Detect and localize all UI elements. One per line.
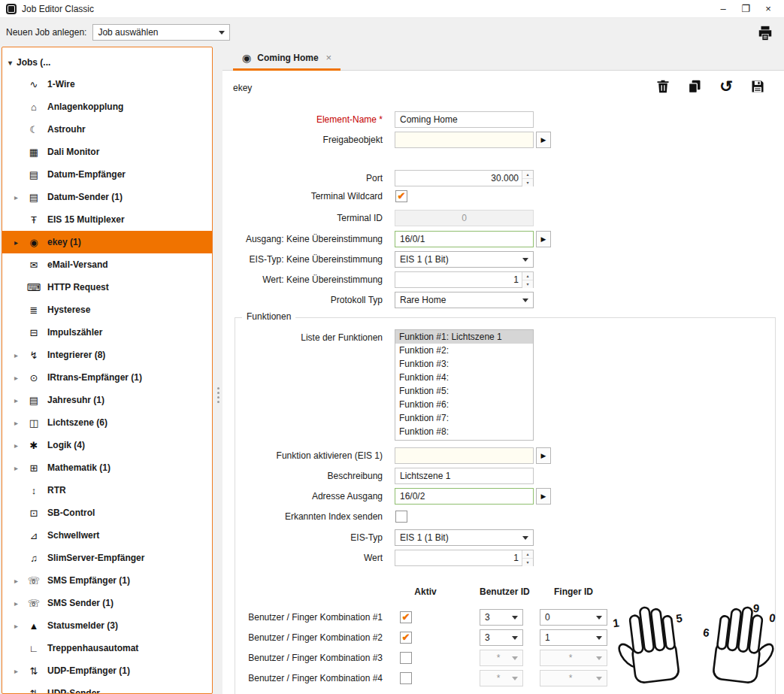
element-name-input[interactable]: Coming Home bbox=[395, 111, 534, 128]
benutzer-id-select[interactable]: 3 bbox=[480, 629, 523, 646]
port-spinner[interactable]: ▴▾ bbox=[522, 171, 533, 186]
benutzer-id-select[interactable]: 3 bbox=[480, 609, 523, 626]
ausgang-address-picker-button[interactable]: ▶ bbox=[536, 231, 551, 247]
finger-id-select[interactable]: 0 bbox=[540, 609, 607, 626]
ausgang-address-input[interactable]: 16/0/1 bbox=[395, 231, 534, 247]
sidebar-item-http-request[interactable]: ⌨HTTP Request bbox=[2, 276, 212, 299]
aktiv-checkbox[interactable] bbox=[400, 652, 412, 664]
panel-splitter-handle[interactable] bbox=[215, 382, 222, 408]
copy-button[interactable] bbox=[686, 78, 703, 95]
terminal-wildcard-checkbox[interactable]: ✔ bbox=[395, 190, 407, 202]
sidebar-item-eis-15-multiplexer[interactable]: ŦEIS 15 Multiplexer bbox=[2, 208, 212, 231]
sidebar-item-udp-empf-nger-1[interactable]: ▸⇅UDP-Empfänger (1) bbox=[2, 659, 212, 682]
sidebar-item-jahresuhr-1[interactable]: ▸▤Jahresuhr (1) bbox=[2, 389, 212, 411]
sidebar-item-astrouhr[interactable]: ☾Astrouhr bbox=[2, 118, 212, 141]
funktion-list-item-8[interactable]: Funktion #8: bbox=[395, 425, 533, 438]
sidebar-item-email-versand[interactable]: ✉eMail-Versand bbox=[2, 253, 212, 276]
funktion-list-item-4[interactable]: Funktion #4: bbox=[395, 371, 533, 384]
sidebar-item-datum-sender-1[interactable]: ▸▤Datum-Sender (1) bbox=[2, 186, 212, 208]
tab-coming-home[interactable]: ◉ Coming Home × bbox=[233, 47, 341, 71]
spin-up-icon[interactable]: ▴ bbox=[522, 550, 533, 559]
sidebar-item-rtr[interactable]: ↕RTR bbox=[2, 479, 212, 502]
expand-icon[interactable]: ▸ bbox=[14, 193, 26, 202]
sidebar-item-label: UDP-Sender bbox=[47, 688, 100, 694]
expand-icon[interactable]: ▸ bbox=[14, 238, 26, 247]
aktiv-checkbox[interactable]: ✔ bbox=[400, 611, 412, 623]
funktion-list-item-1[interactable]: Funktion #1: Lichtszene 1 bbox=[395, 330, 533, 344]
beschreibung-input[interactable]: Lichtszene 1 bbox=[395, 468, 534, 484]
expand-icon[interactable]: ▸ bbox=[14, 396, 26, 405]
sidebar-item-1-wire[interactable]: ∿1-Wire bbox=[2, 73, 212, 95]
sidebar-item-logik-4[interactable]: ▸✱Logik (4) bbox=[2, 434, 212, 456]
wert-keine-spinner[interactable]: ▴▾ bbox=[522, 272, 533, 287]
sidebar-item-lichtszene-6[interactable]: ▸◫Lichtszene (6) bbox=[2, 411, 212, 434]
wert-keine-input[interactable]: 1 ▴▾ bbox=[395, 271, 534, 288]
save-button[interactable] bbox=[749, 78, 766, 95]
funktionen-list[interactable]: Funktion #1: Lichtszene 1Funktion #2:Fun… bbox=[395, 329, 534, 441]
sidebar-item-treppenhausautomat[interactable]: ∟Treppenhausautomat bbox=[2, 637, 212, 659]
close-button[interactable]: × bbox=[758, 3, 778, 14]
erkannten-index-checkbox[interactable] bbox=[395, 511, 407, 523]
sidebar-item-datum-empf-nger[interactable]: ▤Datum-Empfänger bbox=[2, 163, 212, 186]
expand-icon[interactable]: ▸ bbox=[14, 667, 26, 675]
expand-icon[interactable]: ▸ bbox=[14, 599, 26, 608]
spin-up-icon[interactable]: ▴ bbox=[522, 272, 533, 280]
funktion-list-item-6[interactable]: Funktion #6: bbox=[395, 398, 533, 411]
funktion-list-item-7[interactable]: Funktion #7: bbox=[395, 411, 533, 425]
aktiv-checkbox[interactable]: ✔ bbox=[400, 632, 412, 644]
freigabeobjekt-input[interactable] bbox=[395, 132, 534, 148]
wert-input[interactable]: 1 ▴▾ bbox=[395, 550, 534, 566]
expand-icon[interactable]: ▸ bbox=[14, 464, 26, 472]
eis-typ-select[interactable]: EIS 1 (1 Bit) bbox=[395, 529, 534, 546]
tab-close-icon[interactable]: × bbox=[326, 52, 332, 63]
maximize-button[interactable]: ❐ bbox=[736, 3, 755, 14]
expand-icon[interactable]: ▸ bbox=[14, 622, 26, 630]
funktion-aktivieren-address-picker-button[interactable]: ▶ bbox=[536, 447, 551, 464]
collapse-icon[interactable]: ▾ bbox=[8, 59, 12, 67]
sidebar-item-sms-sender-1[interactable]: ▸☏SMS Sender (1) bbox=[2, 592, 212, 614]
sidebar-item-slimserver-empf-nger[interactable]: ♫SlimServer-Empfänger bbox=[2, 547, 212, 569]
sidebar-item-hysterese[interactable]: ≣Hysterese bbox=[2, 299, 212, 321]
aktiv-checkbox[interactable] bbox=[400, 672, 412, 684]
sidebar-item-label: UDP-Empfänger (1) bbox=[47, 665, 130, 676]
sidebar-item-udp-sender[interactable]: ⇅UDP-Sender bbox=[2, 682, 212, 694]
port-input[interactable]: 30.000 ▴▾ bbox=[395, 170, 534, 186]
sidebar-item-statusmelder-3[interactable]: ▸▲Statusmelder (3) bbox=[2, 614, 212, 637]
funktion-list-item-2[interactable]: Funktion #2: bbox=[395, 344, 533, 357]
spin-down-icon[interactable]: ▾ bbox=[522, 179, 533, 186]
expand-icon[interactable]: ▸ bbox=[14, 351, 26, 359]
sidebar-item-irtrans-empf-nger-1[interactable]: ▸⊙IRtrans-Empfänger (1) bbox=[2, 366, 212, 389]
sidebar-item-integrierer-8[interactable]: ▸↯Integrierer (8) bbox=[2, 344, 212, 366]
funktion-list-item-3[interactable]: Funktion #3: bbox=[395, 357, 533, 371]
wert-spinner[interactable]: ▴▾ bbox=[522, 550, 533, 565]
spin-down-icon[interactable]: ▾ bbox=[522, 280, 533, 288]
freigabeobjekt-address-picker-button[interactable]: ▶ bbox=[536, 132, 551, 148]
sidebar-item-anlagenkopplung[interactable]: ⌂Anlagenkopplung bbox=[2, 95, 212, 118]
eis-typ-keine-select[interactable]: EIS 1 (1 Bit) bbox=[395, 251, 534, 268]
print-button[interactable] bbox=[757, 25, 773, 41]
adresse-ausgang-input[interactable]: 16/0/2 bbox=[395, 488, 534, 505]
sidebar-item-sb-control[interactable]: ⊡SB-Control bbox=[2, 502, 212, 524]
spin-up-icon[interactable]: ▴ bbox=[522, 171, 533, 179]
protokoll-typ-select[interactable]: Rare Home bbox=[395, 292, 534, 308]
adresse-ausgang-address-picker-button[interactable]: ▶ bbox=[536, 488, 551, 505]
minimize-button[interactable]: – bbox=[713, 3, 733, 14]
sidebar-item-dali-monitor[interactable]: ▦Dali Monitor bbox=[2, 141, 212, 163]
spin-down-icon[interactable]: ▾ bbox=[522, 559, 533, 566]
funktion-list-item-5[interactable]: Funktion #5: bbox=[395, 384, 533, 398]
sidebar-item-impulsz-hler[interactable]: ⊟Impulszähler bbox=[2, 321, 212, 344]
sidebar-item-mathematik-1[interactable]: ▸⊞Mathematik (1) bbox=[2, 456, 212, 479]
sidebar-item-sms-empf-nger-1[interactable]: ▸☏SMS Empfänger (1) bbox=[2, 569, 212, 592]
funktion-aktivieren-input[interactable] bbox=[395, 447, 534, 464]
expand-icon[interactable]: ▸ bbox=[14, 577, 26, 585]
delete-button[interactable] bbox=[655, 78, 671, 95]
expand-icon[interactable]: ▸ bbox=[14, 374, 26, 382]
expand-icon[interactable]: ▸ bbox=[14, 419, 26, 427]
sidebar-item-schwellwert[interactable]: ⊿Schwellwert bbox=[2, 524, 212, 547]
reload-button[interactable]: ↺ bbox=[718, 78, 734, 95]
sidebar-item-ekey-1[interactable]: ▸◉ekey (1) bbox=[2, 231, 212, 253]
tree-root-jobs[interactable]: ▾ Jobs (... bbox=[8, 53, 50, 71]
job-select[interactable]: Job auswählen bbox=[92, 24, 230, 41]
expand-icon[interactable]: ▸ bbox=[14, 441, 26, 450]
finger-id-select[interactable]: 1 bbox=[540, 629, 607, 646]
